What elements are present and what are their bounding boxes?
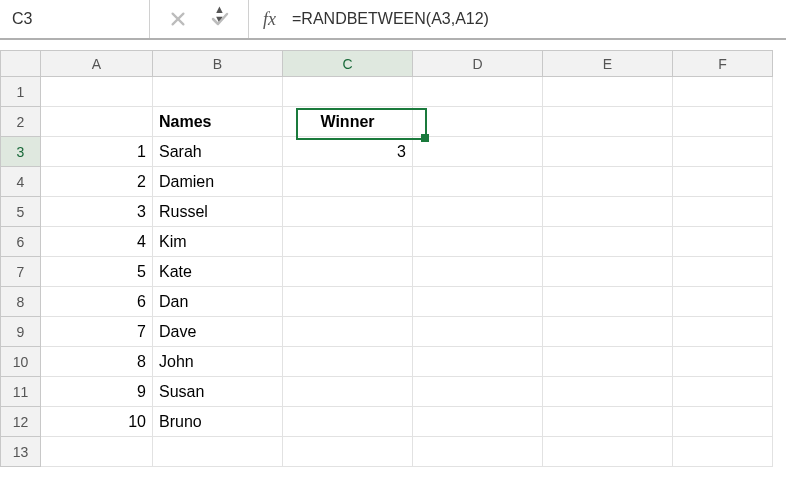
- row-header[interactable]: 9: [1, 317, 41, 347]
- cell-E12[interactable]: [543, 407, 673, 437]
- column-header-B[interactable]: B: [153, 51, 283, 77]
- cell-A7[interactable]: 5: [41, 257, 153, 287]
- formula-input[interactable]: [290, 9, 786, 29]
- cell-F2[interactable]: [673, 107, 773, 137]
- cell-F10[interactable]: [673, 347, 773, 377]
- cell-F13[interactable]: [673, 437, 773, 467]
- enter-check-icon[interactable]: [210, 9, 230, 29]
- cell-D9[interactable]: [413, 317, 543, 347]
- cell-A5[interactable]: 3: [41, 197, 153, 227]
- cell-A4[interactable]: 2: [41, 167, 153, 197]
- cell-E8[interactable]: [543, 287, 673, 317]
- row-header[interactable]: 13: [1, 437, 41, 467]
- column-header-E[interactable]: E: [543, 51, 673, 77]
- cell-D11[interactable]: [413, 377, 543, 407]
- cell-A13[interactable]: [41, 437, 153, 467]
- cell-F7[interactable]: [673, 257, 773, 287]
- fx-label[interactable]: fx: [249, 9, 290, 30]
- row-header[interactable]: 6: [1, 227, 41, 257]
- cell-E6[interactable]: [543, 227, 673, 257]
- cell-D4[interactable]: [413, 167, 543, 197]
- fill-handle[interactable]: [421, 134, 429, 142]
- cell-C9[interactable]: [283, 317, 413, 347]
- cell-B5[interactable]: Russel: [153, 197, 283, 227]
- column-header-C[interactable]: C: [283, 51, 413, 77]
- cell-F5[interactable]: [673, 197, 773, 227]
- row-header[interactable]: 7: [1, 257, 41, 287]
- cell-E9[interactable]: [543, 317, 673, 347]
- cell-D2[interactable]: [413, 107, 543, 137]
- row-header[interactable]: 3: [1, 137, 41, 167]
- cell-E1[interactable]: [543, 77, 673, 107]
- cell-D6[interactable]: [413, 227, 543, 257]
- column-header-F[interactable]: F: [673, 51, 773, 77]
- cell-B1[interactable]: [153, 77, 283, 107]
- row-header[interactable]: 11: [1, 377, 41, 407]
- cell-B9[interactable]: Dave: [153, 317, 283, 347]
- cell-C2[interactable]: Winner: [283, 107, 413, 137]
- cell-A1[interactable]: [41, 77, 153, 107]
- cancel-icon[interactable]: [168, 9, 188, 29]
- cell-E5[interactable]: [543, 197, 673, 227]
- row-header[interactable]: 10: [1, 347, 41, 377]
- cell-A11[interactable]: 9: [41, 377, 153, 407]
- cell-A9[interactable]: 7: [41, 317, 153, 347]
- cell-E3[interactable]: [543, 137, 673, 167]
- cell-E4[interactable]: [543, 167, 673, 197]
- cell-A3[interactable]: 1: [41, 137, 153, 167]
- cell-C7[interactable]: [283, 257, 413, 287]
- row-header[interactable]: 8: [1, 287, 41, 317]
- cell-A8[interactable]: 6: [41, 287, 153, 317]
- column-header-A[interactable]: A: [41, 51, 153, 77]
- cell-D5[interactable]: [413, 197, 543, 227]
- cell-F3[interactable]: [673, 137, 773, 167]
- cell-B3[interactable]: Sarah: [153, 137, 283, 167]
- cell-F4[interactable]: [673, 167, 773, 197]
- cell-A6[interactable]: 4: [41, 227, 153, 257]
- cell-A12[interactable]: 10: [41, 407, 153, 437]
- cell-C10[interactable]: [283, 347, 413, 377]
- cell-F11[interactable]: [673, 377, 773, 407]
- cell-B8[interactable]: Dan: [153, 287, 283, 317]
- cell-A10[interactable]: 8: [41, 347, 153, 377]
- cell-B7[interactable]: Kate: [153, 257, 283, 287]
- cell-D1[interactable]: [413, 77, 543, 107]
- cell-C1[interactable]: [283, 77, 413, 107]
- cell-E7[interactable]: [543, 257, 673, 287]
- cell-F9[interactable]: [673, 317, 773, 347]
- cell-C13[interactable]: [283, 437, 413, 467]
- column-header-D[interactable]: D: [413, 51, 543, 77]
- cell-B2[interactable]: Names: [153, 107, 283, 137]
- row-header[interactable]: 12: [1, 407, 41, 437]
- cell-E2[interactable]: [543, 107, 673, 137]
- cell-C12[interactable]: [283, 407, 413, 437]
- cell-D12[interactable]: [413, 407, 543, 437]
- cell-C3[interactable]: 3: [283, 137, 413, 167]
- row-header[interactable]: 2: [1, 107, 41, 137]
- cell-C8[interactable]: [283, 287, 413, 317]
- cell-B13[interactable]: [153, 437, 283, 467]
- cell-A2[interactable]: [41, 107, 153, 137]
- cell-C6[interactable]: [283, 227, 413, 257]
- cell-F1[interactable]: [673, 77, 773, 107]
- cell-B4[interactable]: Damien: [153, 167, 283, 197]
- cell-B6[interactable]: Kim: [153, 227, 283, 257]
- cell-D8[interactable]: [413, 287, 543, 317]
- cell-F8[interactable]: [673, 287, 773, 317]
- cell-D3[interactable]: [413, 137, 543, 167]
- row-header[interactable]: 4: [1, 167, 41, 197]
- cell-C11[interactable]: [283, 377, 413, 407]
- cell-D10[interactable]: [413, 347, 543, 377]
- row-header[interactable]: 5: [1, 197, 41, 227]
- cell-C5[interactable]: [283, 197, 413, 227]
- cell-E11[interactable]: [543, 377, 673, 407]
- cell-B10[interactable]: John: [153, 347, 283, 377]
- row-header[interactable]: 1: [1, 77, 41, 107]
- cell-B12[interactable]: Bruno: [153, 407, 283, 437]
- cell-F12[interactable]: [673, 407, 773, 437]
- cell-E13[interactable]: [543, 437, 673, 467]
- cell-F6[interactable]: [673, 227, 773, 257]
- grid[interactable]: A B C D E F 1 2 Names Winner 3 1 Sarah 3…: [0, 50, 773, 467]
- select-all-corner[interactable]: [1, 51, 41, 77]
- cell-E10[interactable]: [543, 347, 673, 377]
